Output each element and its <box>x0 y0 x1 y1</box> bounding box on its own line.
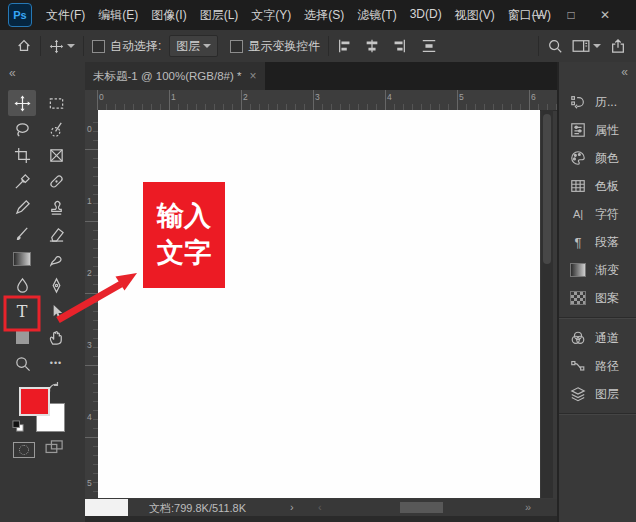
panel-tab-label: 渐变 <box>595 262 619 279</box>
document-tab[interactable]: 未标题-1 @ 100%(RGB/8#) * × <box>85 62 265 90</box>
menu-3d[interactable]: 3D(D) <box>410 7 442 24</box>
default-colors-icon[interactable] <box>12 419 25 437</box>
move-tool-icon[interactable] <box>49 39 64 54</box>
layers-icon <box>568 386 588 402</box>
eraser-tool[interactable] <box>42 220 70 246</box>
panel-tab-label: 历... <box>595 94 617 111</box>
panel-tab-layers[interactable]: 图层 <box>559 380 636 408</box>
minimize-button[interactable]: — <box>525 0 551 30</box>
panel-tab-label: 色板 <box>595 178 619 195</box>
panel-tab-properties[interactable]: 属性 <box>559 116 636 144</box>
pencil-tool[interactable] <box>8 194 36 220</box>
type-tool[interactable]: T <box>8 298 36 324</box>
divider <box>40 36 41 56</box>
collapse-tools-icon[interactable]: « <box>9 66 16 80</box>
close-tab-icon[interactable]: × <box>249 69 256 83</box>
align-center-icon[interactable] <box>364 38 380 54</box>
auto-select-dropdown[interactable]: 图层 <box>169 35 218 57</box>
menu-edit[interactable]: 编辑(E) <box>98 7 138 24</box>
screen-mode-icon[interactable] <box>45 440 65 460</box>
resize-grip-icon[interactable]: » <box>525 501 531 513</box>
panel-tab-paths[interactable]: 路径 <box>559 352 636 380</box>
auto-select-value: 图层 <box>176 38 200 55</box>
panel-dock: « 历... 属性 颜色 <box>557 62 636 522</box>
zoom-percentage-field[interactable] <box>85 499 128 516</box>
show-transform-checkbox[interactable] <box>230 40 243 53</box>
menu-image[interactable]: 图像(I) <box>151 7 186 24</box>
show-transform-label: 显示变换控件 <box>248 38 320 55</box>
zoom-tool[interactable] <box>8 350 36 376</box>
swatches-grid-icon <box>568 178 588 194</box>
divider <box>83 36 84 56</box>
rectangle-tool[interactable] <box>8 324 36 350</box>
tool-options-bar: 自动选择: 图层 显示变换控件 <box>0 30 636 63</box>
panel-tab-character[interactable]: A| 字符 <box>559 200 636 228</box>
horizontal-scrollbar-thumb[interactable] <box>400 502 443 513</box>
panel-tab-paragraph[interactable]: ¶ 段落 <box>559 228 636 256</box>
chevron-down-icon[interactable] <box>67 44 75 48</box>
home-icon[interactable] <box>16 38 32 54</box>
status-back-icon[interactable]: ‹ <box>318 501 322 513</box>
menu-select[interactable]: 选择(S) <box>304 7 344 24</box>
tool-grid: T ••• <box>8 90 70 376</box>
vertical-scrollbar[interactable] <box>541 110 553 498</box>
panel-group-divider <box>559 413 636 415</box>
share-icon[interactable] <box>610 38 626 54</box>
panel-tab-color[interactable]: 颜色 <box>559 144 636 172</box>
menu-filter[interactable]: 滤镜(T) <box>357 7 396 24</box>
document-area: 未标题-1 @ 100%(RGB/8#) * × 0 1 2 3 4 5 6 0… <box>85 62 557 522</box>
rectangular-marquee-tool[interactable] <box>42 90 70 116</box>
collapse-panels-icon[interactable]: « <box>621 65 628 79</box>
clone-stamp-tool[interactable] <box>42 194 70 220</box>
panel-tab-gradient[interactable]: 渐变 <box>559 256 636 284</box>
gradient-icon <box>568 263 588 277</box>
hand-tool[interactable] <box>42 324 70 350</box>
lasso-tool[interactable] <box>8 116 36 142</box>
vertical-ruler: 0 1 2 3 4 5 <box>85 110 99 498</box>
history-brush-tool[interactable] <box>8 220 36 246</box>
menu-file[interactable]: 文件(F) <box>46 7 85 24</box>
panel-tab-channels[interactable]: 通道 <box>559 324 636 352</box>
align-right-icon[interactable] <box>391 38 407 54</box>
panel-tab-label: 属性 <box>595 122 619 139</box>
pattern-icon <box>568 291 588 305</box>
crop-tool[interactable] <box>8 142 36 168</box>
spot-healing-brush-tool[interactable] <box>42 168 70 194</box>
gradient-tool[interactable] <box>8 246 36 272</box>
pen-tool[interactable] <box>42 272 70 298</box>
paragraph-icon: ¶ <box>568 235 588 250</box>
distribute-icon[interactable] <box>421 38 437 54</box>
menu-view[interactable]: 视图(V) <box>455 7 495 24</box>
menu-type[interactable]: 文字(Y) <box>251 7 291 24</box>
history-icon <box>568 94 588 110</box>
panel-tab-history[interactable]: 历... <box>559 88 636 116</box>
workspace-icon[interactable] <box>572 39 590 53</box>
divider <box>538 36 539 56</box>
frame-tool[interactable] <box>42 142 70 168</box>
horizontal-ruler: 0 1 2 3 4 5 6 <box>85 90 557 110</box>
menu-layer[interactable]: 图层(L) <box>200 7 239 24</box>
maximize-button[interactable]: □ <box>558 0 584 30</box>
move-tool[interactable] <box>8 90 36 116</box>
status-expand-icon[interactable]: › <box>290 501 294 513</box>
quick-selection-tool[interactable] <box>42 116 70 142</box>
quick-mask-icon[interactable] <box>13 442 35 458</box>
smudge-tool[interactable] <box>42 246 70 272</box>
close-button[interactable]: ✕ <box>592 0 618 30</box>
search-icon[interactable] <box>547 38 563 54</box>
panel-tab-label: 通道 <box>595 330 619 347</box>
canvas[interactable]: 输入 文字 <box>98 110 540 498</box>
align-left-icon[interactable] <box>337 38 353 54</box>
blur-tool[interactable] <box>8 272 36 298</box>
ruler-number: 2 <box>87 268 92 278</box>
panel-tab-swatches[interactable]: 色板 <box>559 172 636 200</box>
panel-tab-pattern[interactable]: 图案 <box>559 284 636 312</box>
path-selection-tool[interactable] <box>42 298 70 324</box>
scrollbar-thumb[interactable] <box>543 114 551 264</box>
ruler-number: 6 <box>531 92 536 102</box>
edit-toolbar-icon[interactable]: ••• <box>42 350 70 376</box>
chevron-down-icon[interactable] <box>593 44 601 48</box>
auto-select-checkbox[interactable] <box>92 40 105 53</box>
eyedropper-tool[interactable] <box>8 168 36 194</box>
foreground-color-swatch[interactable] <box>19 387 50 416</box>
